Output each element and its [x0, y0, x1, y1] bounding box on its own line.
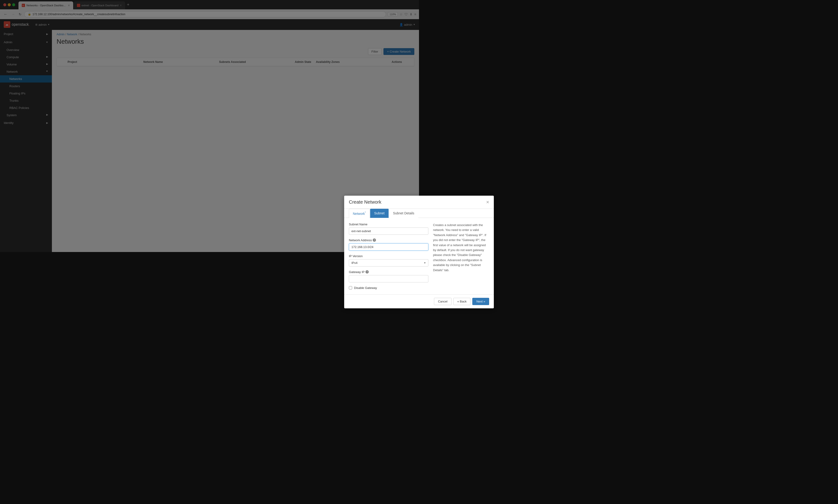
subnet-name-label: Subnet Name: [349, 222, 419, 226]
tab-subnet-label: Subnet: [374, 211, 385, 215]
network-address-label: Network Address ?: [349, 238, 419, 242]
overlay[interactable]: Create Network × Network* Subnet Subnet …: [0, 0, 419, 252]
tab-network-label: Network: [353, 212, 365, 216]
form-group-subnet-name: Subnet Name: [349, 222, 419, 235]
modal-title: Create Network: [349, 199, 381, 205]
form-group-network-address: Network Address ?: [349, 238, 419, 251]
tab-network-asterisk: *: [365, 211, 366, 214]
network-address-help-icon[interactable]: ?: [373, 238, 376, 242]
tab-subnet-details-label: Subnet Details: [393, 211, 414, 215]
modal-tabs: Network* Subnet Subnet Details: [344, 209, 419, 218]
modal-header: Create Network ×: [344, 196, 419, 209]
modal: Create Network × Network* Subnet Subnet …: [344, 196, 419, 252]
network-address-input[interactable]: [349, 244, 419, 251]
tab-subnet[interactable]: Subnet: [370, 209, 388, 218]
subnet-name-input[interactable]: [349, 228, 419, 235]
modal-form: Subnet Name Network Address ? IP Version: [349, 222, 419, 252]
tab-network[interactable]: Network*: [349, 209, 370, 218]
tab-subnet-details[interactable]: Subnet Details: [389, 209, 418, 218]
modal-body: Subnet Name Network Address ? IP Version: [344, 218, 419, 252]
